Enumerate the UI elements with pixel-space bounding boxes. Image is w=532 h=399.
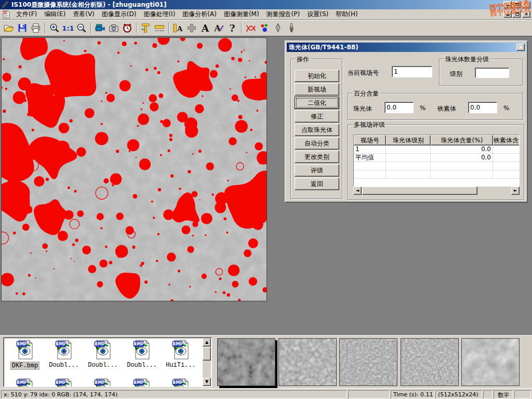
file-vscrollbar[interactable]: ▲ ▼	[203, 338, 211, 386]
caliper-icon[interactable]	[139, 21, 153, 35]
cell-pearlite-pct: 0.0	[431, 154, 493, 162]
thumbnail-5[interactable]	[461, 338, 520, 386]
thumbnail-3[interactable]	[339, 338, 397, 386]
specimen-image[interactable]	[1, 37, 267, 301]
file-item[interactable]: HuiTi...	[162, 340, 200, 369]
menu-image-display[interactable]: 图像显示(D)	[98, 9, 140, 20]
hscroll-thumb[interactable]	[362, 187, 477, 195]
file-name[interactable]: Doubl...	[48, 362, 80, 369]
correct-button[interactable]: 修正	[295, 110, 339, 123]
vscroll-thumb[interactable]	[203, 347, 211, 361]
measure-label-icon[interactable]: A	[171, 21, 185, 35]
close-button[interactable]: ×	[522, 1, 530, 8]
file-item[interactable]: DKF.bmp	[6, 340, 44, 370]
status-empty	[514, 390, 531, 398]
brush-icon[interactable]	[285, 21, 298, 35]
cell-empty	[493, 170, 520, 179]
menu-report[interactable]: 测量报告(P)	[263, 9, 304, 20]
zoom-in-icon[interactable]	[48, 21, 61, 35]
svg-text:DOC: DOC	[2, 11, 7, 14]
scroll-left-icon[interactable]: ◄	[353, 187, 362, 195]
bmp-file-icon	[16, 340, 34, 360]
open-icon[interactable]	[2, 21, 16, 35]
thumbnail-4[interactable]	[401, 338, 459, 386]
pick-pearlite-button[interactable]: 点取珠光体	[295, 124, 339, 136]
document-icon[interactable]: DOC	[2, 10, 10, 19]
bmp-file-icon	[133, 378, 151, 387]
save-icon[interactable]	[16, 21, 29, 35]
annotate-icon[interactable]: A	[212, 21, 225, 35]
file-item[interactable]	[6, 378, 44, 387]
video-camera-icon[interactable]	[94, 21, 107, 35]
curve-tool-icon[interactable]	[244, 21, 258, 35]
child-close-button[interactable]: ×	[522, 10, 530, 18]
col-header-level[interactable]: 珠光体级别	[386, 135, 431, 145]
new-field-button[interactable]: 新视场	[295, 83, 339, 96]
child-minimize-button[interactable]	[503, 10, 512, 18]
menu-settings[interactable]: 设置(S)	[303, 9, 332, 20]
auto-classify-button[interactable]: 自动分类	[295, 137, 339, 150]
menu-file[interactable]: 文件(F)	[12, 9, 41, 20]
menu-image-analysis[interactable]: 图像分析(A)	[179, 9, 220, 20]
scroll-right-icon[interactable]: ►	[511, 187, 520, 195]
file-item[interactable]	[123, 378, 161, 387]
init-button[interactable]: 初始化	[295, 70, 339, 82]
file-browser[interactable]: DKF.bmp Doubl... Doubl... Doubl... HuiTi…	[3, 337, 212, 387]
file-name[interactable]: Doubl...	[87, 362, 119, 369]
scroll-up-icon[interactable]: ▲	[203, 338, 211, 347]
scroll-down-icon[interactable]: ▼	[203, 378, 211, 386]
change-class-button[interactable]: 更改类别	[295, 151, 339, 163]
classify-balls-icon[interactable]	[258, 21, 271, 35]
help-icon[interactable]: ?	[225, 21, 239, 35]
menu-image-measure[interactable]: 图像测量(M)	[220, 9, 263, 20]
file-item[interactable]	[45, 378, 83, 387]
status-empty	[348, 390, 390, 398]
file-item[interactable]: Doubl...	[45, 340, 83, 369]
ferrite-percent-input[interactable]	[468, 102, 497, 113]
file-name[interactable]: HuiTi...	[165, 362, 197, 369]
dialog-title-bar[interactable]: 珠光体(GB/T9441-88) ×	[287, 43, 526, 52]
status-time: Time (s): 0.113	[391, 390, 434, 398]
print-icon[interactable]	[29, 21, 43, 35]
file-name[interactable]: DKF.bmp	[10, 362, 39, 370]
multifield-table[interactable]: 视场号 珠光体级别 珠光体含量(%) 铁素体含量(%) 1 0.0 平均值 0.…	[353, 135, 520, 187]
ruler-icon[interactable]	[153, 21, 166, 35]
binarize-button[interactable]: 二值化	[295, 97, 339, 109]
col-header-ferrite[interactable]: 铁素体含量(%)	[493, 135, 520, 145]
zoom-1to1-icon[interactable]: 1:1	[61, 21, 75, 35]
child-restore-button[interactable]	[512, 10, 521, 18]
cell-empty	[354, 162, 386, 170]
app-icon[interactable]	[1, 1, 9, 9]
menu-help[interactable]: 帮助(H)	[332, 9, 361, 20]
file-item[interactable]: Doubl...	[123, 340, 161, 369]
file-name[interactable]: Doubl...	[126, 362, 158, 369]
status-mode: 数字	[494, 390, 513, 398]
level-input[interactable]	[475, 68, 509, 78]
thumbnail-1[interactable]	[217, 338, 275, 386]
text-icon[interactable]: A	[198, 21, 212, 35]
camera-icon[interactable]	[107, 21, 121, 35]
current-field-input[interactable]	[392, 66, 432, 77]
file-item[interactable]	[84, 378, 122, 387]
minimize-button[interactable]	[503, 1, 512, 8]
cell-empty	[354, 170, 386, 179]
thumbnail-2[interactable]	[278, 338, 337, 386]
restore-button[interactable]	[512, 1, 521, 8]
merge-grid-icon[interactable]	[185, 21, 198, 35]
table-hscrollbar[interactable]: ◄ ►	[353, 187, 520, 195]
return-button[interactable]: 返回	[295, 178, 339, 190]
status-empty	[483, 390, 493, 398]
menu-view[interactable]: 查看(V)	[69, 9, 98, 20]
menu-edit[interactable]: 编辑(E)	[41, 9, 69, 20]
pen-icon[interactable]	[271, 21, 285, 35]
rate-button[interactable]: 评级	[295, 164, 339, 177]
clock-icon[interactable]	[121, 21, 134, 35]
file-item[interactable]	[162, 378, 200, 387]
pearlite-percent-input[interactable]	[384, 102, 414, 113]
col-header-field[interactable]: 视场号	[354, 135, 386, 145]
menu-image-process[interactable]: 图像处理(I)	[140, 9, 179, 20]
dialog-close-icon[interactable]: ×	[516, 44, 525, 51]
col-header-pearlite[interactable]: 珠光体含量(%)	[431, 135, 493, 145]
file-item[interactable]: Doubl...	[84, 340, 122, 369]
zoom-out-icon[interactable]	[75, 21, 88, 35]
